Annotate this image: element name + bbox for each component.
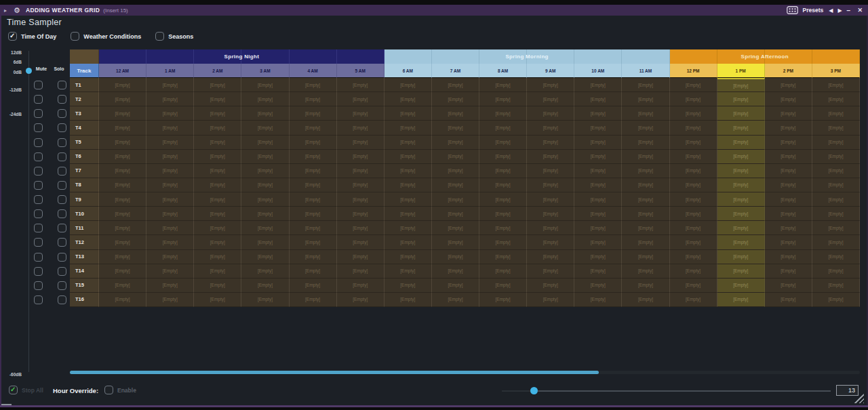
grid-cell[interactable]: [Empty] [574,250,622,264]
grid-cell[interactable]: [Empty] [194,150,241,164]
grid-cell[interactable]: [Empty] [574,150,622,164]
grid-cell[interactable]: [Empty] [479,150,527,164]
grid-cell[interactable]: [Empty] [432,92,479,106]
grid-cell[interactable]: [Empty] [479,250,527,264]
grid-cell[interactable]: [Empty] [622,136,669,150]
grid-cell[interactable]: [Empty] [194,264,241,279]
mute-checkbox-t7[interactable] [34,167,43,176]
grid-cell[interactable]: [Empty] [290,164,337,178]
grid-cell[interactable]: [Empty] [241,178,289,192]
grid-cell[interactable]: [Empty] [384,221,432,235]
grid-cell[interactable]: [Empty] [479,264,527,279]
grid-cell[interactable]: [Empty] [146,150,194,164]
grid-cell[interactable]: [Empty] [290,121,337,135]
grid-cell[interactable]: [Empty] [194,192,241,207]
grid-cell[interactable]: [Empty] [765,192,812,207]
hour-header-1am[interactable]: 1 AM [146,64,194,78]
hour-header-6am[interactable]: 6 AM [384,64,432,78]
collapse-arrow-icon[interactable]: ▸ [4,7,9,14]
grid-cell[interactable]: [Empty] [146,264,194,279]
grid-cell[interactable]: [Empty] [241,250,289,264]
grid-cell[interactable]: [Empty] [290,178,337,192]
mute-checkbox-t8[interactable] [34,181,43,190]
grid-cell[interactable]: [Empty] [574,264,622,279]
grid-cell[interactable]: [Empty] [337,250,384,264]
grid-cell[interactable]: [Empty] [146,92,194,106]
grid-cell[interactable]: [Empty] [384,207,432,221]
grid-cell[interactable]: [Empty] [194,92,241,106]
grid-cell[interactable]: [Empty] [194,121,241,135]
grid-cell[interactable]: [Empty] [384,121,432,135]
hour-header-12pm[interactable]: 12 PM [670,64,717,78]
preset-prev-icon[interactable]: ◀ [829,7,833,14]
grid-cell[interactable]: [Empty] [622,207,669,221]
hour-header-2am[interactable]: 2 AM [194,64,241,78]
grid-cell[interactable]: [Empty] [765,293,812,307]
grid-cell[interactable]: [Empty] [527,136,574,150]
volume-slider-track[interactable] [28,51,29,372]
grid-cell[interactable]: [Empty] [146,235,194,249]
grid-cell[interactable]: [Empty] [432,279,479,293]
grid-cell[interactable]: [Empty] [99,264,146,279]
mute-checkbox-t12[interactable] [34,238,43,247]
grid-cell[interactable]: [Empty] [384,150,432,164]
grid-cell[interactable]: [Empty] [146,78,194,92]
grid-cell[interactable]: [Empty] [290,150,337,164]
grid-cell[interactable]: [Empty] [384,264,432,279]
grid-cell[interactable]: [Empty] [432,293,479,307]
grid-cell[interactable]: [Empty] [99,221,146,235]
grid-cell[interactable]: [Empty] [717,150,765,164]
hour-header-12am[interactable]: 12 AM [99,64,146,78]
grid-cell[interactable]: [Empty] [479,121,527,135]
solo-checkbox-t11[interactable] [58,224,66,232]
grid-cell[interactable]: [Empty] [527,178,574,192]
grid-cell[interactable]: [Empty] [432,221,479,235]
close-icon[interactable]: ✕ [857,7,863,14]
grid-cell[interactable]: [Empty] [812,136,860,150]
grid-cell[interactable]: [Empty] [337,78,384,92]
grid-cell[interactable]: [Empty] [384,178,432,192]
solo-checkbox-t14[interactable] [58,267,66,276]
grid-cell[interactable]: [Empty] [574,106,622,121]
stop-all-checkbox[interactable] [9,386,18,394]
grid-cell[interactable]: [Empty] [765,264,812,279]
grid-cell[interactable]: [Empty] [812,150,860,164]
solo-checkbox-t13[interactable] [58,253,66,262]
grid-cell[interactable]: [Empty] [622,92,669,106]
grid-cell[interactable]: [Empty] [99,235,146,249]
grid-cell[interactable]: [Empty] [670,207,717,221]
mute-checkbox-t1[interactable] [34,81,43,89]
grid-cell[interactable]: [Empty] [194,293,241,307]
grid-cell[interactable]: [Empty] [194,78,241,92]
grid-cell[interactable]: [Empty] [527,164,574,178]
grid-cell[interactable]: [Empty] [241,264,289,279]
solo-checkbox-t8[interactable] [58,181,66,190]
hour-header-5am[interactable]: 5 AM [337,64,384,78]
solo-checkbox-t9[interactable] [58,195,66,204]
grid-cell[interactable]: [Empty] [432,235,479,249]
grid-cell[interactable]: [Empty] [99,250,146,264]
seasons-checkbox[interactable] [155,32,164,41]
grid-cell[interactable]: [Empty] [765,207,812,221]
grid-cell[interactable]: [Empty] [812,164,860,178]
grid-cell[interactable]: [Empty] [337,293,384,307]
grid-cell[interactable]: [Empty] [290,92,337,106]
grid-cell[interactable]: [Empty] [622,221,669,235]
grid-cell[interactable]: [Empty] [479,164,527,178]
grid-cell[interactable]: [Empty] [670,293,717,307]
grid-cell[interactable]: [Empty] [717,78,765,92]
solo-checkbox-t4[interactable] [58,123,66,132]
horizontal-scrollbar-thumb[interactable] [70,371,599,374]
grid-cell[interactable]: [Empty] [765,78,812,92]
grid-cell[interactable]: [Empty] [670,178,717,192]
grid-cell[interactable]: [Empty] [146,192,194,207]
grid-cell[interactable]: [Empty] [384,106,432,121]
grid-cell[interactable]: [Empty] [194,207,241,221]
grid-cell[interactable]: [Empty] [527,150,574,164]
grid-cell[interactable]: [Empty] [622,192,669,207]
solo-checkbox-t5[interactable] [58,138,66,147]
grid-cell[interactable]: [Empty] [527,250,574,264]
grid-cell[interactable]: [Empty] [194,235,241,249]
grid-cell[interactable]: [Empty] [99,164,146,178]
grid-cell[interactable]: [Empty] [765,150,812,164]
